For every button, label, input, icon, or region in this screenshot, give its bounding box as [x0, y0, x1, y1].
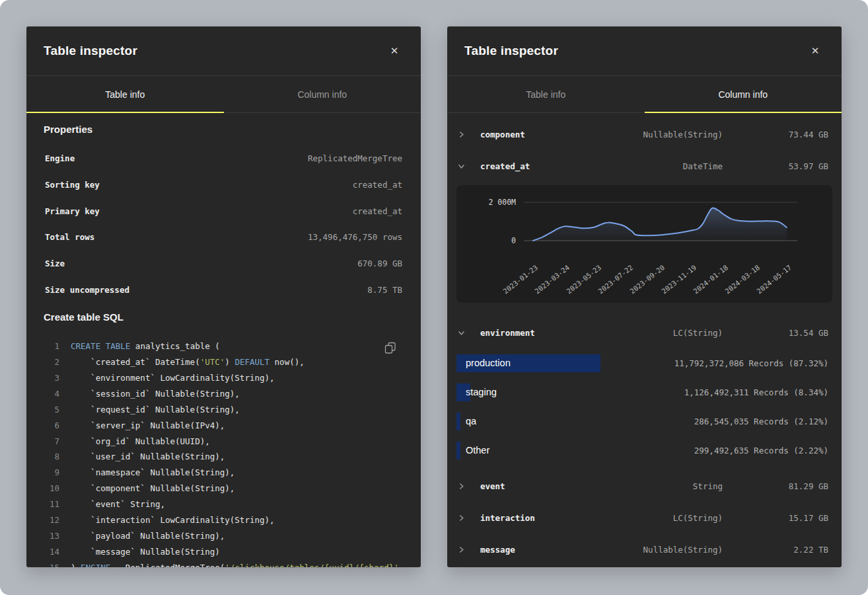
sql-code-line: 1CREATE TABLE analytics_table (: [44, 338, 404, 354]
sql-code-line: 7 `org_id` Nullable(UUID),: [44, 434, 404, 450]
value-row-other: Other299,492,635 Records (2.22%): [447, 436, 842, 465]
code-text: `interaction` LowCardinality(String),: [71, 512, 275, 528]
sql-code-line: 14 `message` Nullable(String): [44, 544, 404, 560]
area-fill: [533, 208, 787, 241]
line-number: 1: [44, 338, 59, 354]
code-text: CREATE TABLE analytics_table (: [71, 338, 220, 354]
code-text: `server_ip` Nullable(IPv4),: [71, 418, 225, 434]
property-label: Engine: [45, 153, 75, 163]
tab-table-info[interactable]: Table info: [26, 76, 224, 112]
sql-code-line: 15) ENGINE = ReplicatedMergeTree('/click…: [44, 560, 404, 567]
sql-code-line: 2 `created_at` DateTime('UTC') DEFAULT n…: [44, 354, 404, 370]
column-row-event[interactable]: eventString81.29 GB: [447, 470, 842, 502]
column-type: String: [693, 481, 723, 491]
line-number: 9: [44, 465, 59, 481]
sql-code-line: 3 `environment` LowCardinality(String),: [44, 370, 404, 386]
code-text: `namespace` Nullable(String),: [71, 465, 235, 481]
column-type: LC(String): [673, 513, 723, 523]
modal-title: Table inspector: [464, 44, 558, 58]
properties-heading: Properties: [44, 124, 404, 136]
column-type: Nullable(String): [643, 130, 723, 139]
column-row-component[interactable]: componentNullable(String)73.44 GB: [447, 118, 842, 150]
y-tick-label-max: 2 000M: [488, 198, 516, 207]
sql-code-block: 1CREATE TABLE analytics_table (2 `create…: [44, 338, 404, 567]
code-text: `request_id` Nullable(String),: [71, 402, 240, 418]
column-row-message[interactable]: messageNullable(String)2.22 TB: [447, 534, 842, 565]
column-type: Nullable(String): [643, 545, 723, 555]
property-label: Size uncompressed: [45, 285, 129, 295]
column-name: event: [480, 481, 678, 491]
modal-header: Table inspector ✕: [447, 26, 842, 76]
code-text: `session_id` Nullable(String),: [71, 386, 240, 402]
table-inspector-modal-right: Table inspector ✕ Table info Column info…: [447, 26, 842, 567]
code-text: `event` String,: [71, 496, 165, 512]
column-name: environment: [480, 328, 659, 338]
property-label: Primary key: [45, 206, 100, 216]
value-records: 1,126,492,311 Records (8.34%): [684, 387, 828, 397]
created-at-distribution-chart: 2 000M02023-01-232023-03-242023-05-23202…: [456, 185, 832, 303]
line-number: 11: [44, 496, 59, 512]
column-type: LC(String): [673, 328, 723, 338]
code-text: ) ENGINE = ReplicatedMergeTree('/clickho…: [71, 560, 404, 567]
tab-column-info[interactable]: Column info: [224, 76, 421, 112]
tab-bar: Table info Column info: [26, 76, 421, 113]
sql-code-line: 4 `session_id` Nullable(String),: [44, 386, 404, 402]
table-inspector-modal-left: Table inspector ✕ Table info Column info…: [26, 26, 421, 567]
value-bar-wrap: Other: [456, 442, 608, 459]
tab-column-info[interactable]: Column info: [645, 76, 842, 112]
line-number: 5: [44, 402, 59, 418]
value-label: staging: [456, 387, 497, 397]
code-text: `component` Nullable(String),: [71, 481, 235, 496]
chevron-down-icon: [456, 161, 466, 171]
value-records: 11,792,372,086 Records (87.32%): [674, 358, 828, 368]
column-size: 81.29 GB: [737, 481, 836, 491]
line-number: 3: [44, 370, 59, 386]
code-text: `org_id` Nullable(UUID),: [71, 434, 210, 450]
tab-table-info[interactable]: Table info: [447, 76, 645, 112]
value-records: 286,545,035 Records (2.12%): [694, 416, 828, 426]
x-tick-label: 2024-05-17: [755, 263, 793, 295]
column-size: 73.44 GB: [737, 130, 836, 139]
chevron-right-icon: [456, 130, 466, 139]
column-name: message: [480, 545, 629, 555]
chevron-right-icon: [456, 545, 466, 554]
column-row-created_at[interactable]: created_atDateTime53.97 GB: [447, 150, 842, 182]
area-chart-svg: 2 000M02023-01-232023-03-242023-05-23202…: [456, 185, 832, 303]
table-info-content: Properties EngineReplicatedMergeTreeSort…: [26, 124, 421, 567]
chevron-right-icon: [456, 513, 466, 522]
property-label: Total rows: [45, 232, 94, 242]
code-text: `environment` LowCardinality(String),: [71, 370, 275, 386]
property-row: EngineReplicatedMergeTree: [44, 145, 404, 172]
modal-title: Table inspector: [44, 44, 137, 58]
column-name: created_at: [480, 161, 669, 171]
line-number: 10: [44, 481, 59, 496]
code-text: `created_at` DateTime('UTC') DEFAULT now…: [71, 354, 305, 370]
value-bar-wrap: qa: [456, 413, 608, 430]
sql-code-line: 11 `event` String,: [44, 496, 404, 512]
value-records: 299,492,635 Records (2.22%): [694, 446, 828, 456]
column-name: component: [480, 130, 629, 139]
line-number: 4: [44, 386, 59, 402]
value-label: Other: [456, 445, 489, 456]
copy-icon[interactable]: [382, 340, 398, 356]
property-row: Sorting keycreated_at: [44, 172, 404, 198]
column-type: DateTime: [683, 161, 723, 171]
property-value: 670.89 GB: [357, 258, 402, 268]
line-number: 7: [44, 434, 59, 450]
column-size: 53.97 GB: [737, 161, 836, 171]
column-row-environment[interactable]: environmentLC(String)13.54 GB: [447, 317, 842, 348]
value-row-production: production11,792,372,086 Records (87.32%…: [447, 348, 842, 377]
close-icon[interactable]: ✕: [385, 42, 404, 60]
property-row: Size uncompressed8.75 TB: [44, 276, 404, 303]
property-row: Primary keycreated_at: [44, 198, 404, 224]
column-list: componentNullable(String)73.44 GBcreated…: [447, 118, 842, 565]
sql-code-line: 10 `component` Nullable(String),: [44, 481, 404, 496]
chevron-right-icon: [456, 481, 466, 491]
column-size: 2.22 TB: [737, 545, 836, 555]
property-value: 13,496,476,750 rows: [308, 232, 402, 242]
sql-code-line: 9 `namespace` Nullable(String),: [44, 465, 404, 481]
property-label: Size: [45, 258, 65, 268]
column-row-interaction[interactable]: interactionLC(String)15.17 GB: [447, 502, 842, 534]
close-icon[interactable]: ✕: [806, 42, 824, 60]
sql-code-line: 13 `payload` Nullable(String),: [44, 528, 404, 544]
